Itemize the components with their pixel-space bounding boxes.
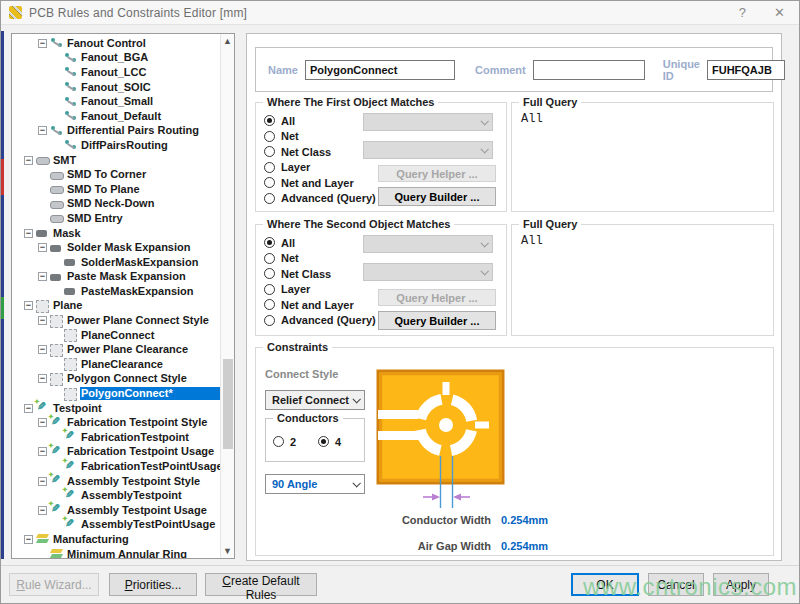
tree-item[interactable]: −Mask xyxy=(12,226,220,241)
tree-item[interactable]: −SMT xyxy=(12,153,220,168)
tree-item[interactable]: −Assembly Testpoint Style xyxy=(12,474,220,489)
first-match-option-layer[interactable]: Layer xyxy=(264,160,310,175)
tree-item[interactable]: Fanout_Small xyxy=(12,94,220,109)
expand-toggle-icon[interactable]: − xyxy=(24,404,33,413)
second-match-option-net-and-layer[interactable]: Net and Layer xyxy=(264,297,354,312)
tree-item[interactable]: AssemblyTestPointUsage xyxy=(12,518,220,533)
ok-button[interactable]: OK xyxy=(571,573,639,596)
tree-item[interactable]: Fanout_SOIC xyxy=(12,80,220,95)
tree-item[interactable]: −Fanout Control xyxy=(12,36,220,51)
first-match-option-net[interactable]: Net xyxy=(264,129,299,144)
radio-icon[interactable] xyxy=(273,436,284,447)
tree-item[interactable]: −Fabrication Testpoint Style xyxy=(12,415,220,430)
first-match-option-all[interactable]: All xyxy=(264,113,295,128)
unique-id-input[interactable] xyxy=(707,60,785,80)
expand-toggle-icon[interactable]: − xyxy=(38,477,47,486)
expand-toggle-icon[interactable]: − xyxy=(38,243,47,252)
first-match-option-net-and-layer[interactable]: Net and Layer xyxy=(264,175,354,190)
expand-toggle-icon[interactable]: − xyxy=(38,345,47,354)
second-match-option-advanced[interactable]: Advanced (Query) xyxy=(264,313,376,328)
tree-item[interactable]: −Plane xyxy=(12,299,220,314)
tree-item[interactable]: −Fabrication Testpoint Usage xyxy=(12,445,220,460)
tree-item[interactable]: PasteMaskExpansion xyxy=(12,284,220,299)
tree-item[interactable]: PolygonConnect* xyxy=(12,386,220,401)
second-match-option-net[interactable]: Net xyxy=(264,251,299,266)
expand-toggle-icon[interactable]: − xyxy=(24,301,33,310)
apply-button[interactable]: Apply xyxy=(713,573,769,596)
tree-item[interactable]: PlaneClearance xyxy=(12,357,220,372)
tree-item[interactable]: −Assembly Testpoint Usage xyxy=(12,503,220,518)
tree-item[interactable]: SMD Neck-Down xyxy=(12,197,220,212)
first-match-option-advanced[interactable]: Advanced (Query) xyxy=(264,191,376,206)
scroll-up-icon[interactable]: ▲ xyxy=(221,34,234,48)
radio-icon[interactable] xyxy=(264,131,275,142)
tree-item[interactable]: SMD Entry xyxy=(12,211,220,226)
radio-icon[interactable] xyxy=(264,162,275,173)
tree-item[interactable]: SolderMaskExpansion xyxy=(12,255,220,270)
radio-icon[interactable] xyxy=(264,237,275,248)
second-match-option-net-class[interactable]: Net Class xyxy=(264,266,331,281)
tree-item[interactable]: −Solder Mask Expansion xyxy=(12,240,220,255)
expand-toggle-icon[interactable]: − xyxy=(38,316,47,325)
radio-icon[interactable] xyxy=(264,284,275,295)
tree-item[interactable]: SMD To Plane xyxy=(12,182,220,197)
radio-icon[interactable] xyxy=(318,436,329,447)
radio-icon[interactable] xyxy=(264,299,275,310)
tree-item[interactable]: SMD To Corner xyxy=(12,167,220,182)
conductors-option-4[interactable]: 4 xyxy=(318,434,341,449)
radio-icon[interactable] xyxy=(264,193,275,204)
first-match-option-net-class[interactable]: Net Class xyxy=(264,144,331,159)
tree-item[interactable]: Fanout_LCC xyxy=(12,65,220,80)
connect-style-dropdown[interactable]: Relief Connect xyxy=(265,390,365,410)
expand-toggle-icon[interactable]: − xyxy=(38,39,47,48)
radio-icon[interactable] xyxy=(264,177,275,188)
tree-item[interactable]: −Testpoint xyxy=(12,401,220,416)
tree-item[interactable]: Fanout_BGA xyxy=(12,51,220,66)
expand-toggle-icon[interactable]: − xyxy=(24,229,33,238)
radio-icon[interactable] xyxy=(264,146,275,157)
expand-toggle-icon[interactable]: − xyxy=(24,535,33,544)
expand-toggle-icon[interactable]: − xyxy=(38,418,47,427)
air-gap-width-value[interactable]: 0.254mm xyxy=(501,540,548,552)
tree-item[interactable]: −Power Plane Clearance xyxy=(12,342,220,357)
priorities-button[interactable]: Priorities... xyxy=(109,573,197,596)
tree-item[interactable]: FabricationTestPointUsage xyxy=(12,459,220,474)
tree-item[interactable]: −Polygon Connect Style xyxy=(12,372,220,387)
tree-item[interactable]: −Paste Mask Expansion xyxy=(12,270,220,285)
comment-input[interactable] xyxy=(533,60,645,80)
radio-icon[interactable] xyxy=(264,315,275,326)
second-match-option-layer[interactable]: Layer xyxy=(264,282,310,297)
expand-toggle-icon[interactable]: − xyxy=(38,374,47,383)
close-icon[interactable]: ✕ xyxy=(774,5,785,20)
expand-toggle-icon[interactable]: − xyxy=(38,447,47,456)
expand-toggle-icon[interactable]: − xyxy=(38,506,47,515)
tree-item[interactable]: −Manufacturing xyxy=(12,532,220,547)
name-input[interactable] xyxy=(305,60,455,80)
tree-item[interactable]: −Power Plane Connect Style xyxy=(12,313,220,328)
tree-item[interactable]: PlaneConnect xyxy=(12,328,220,343)
radio-icon[interactable] xyxy=(264,253,275,264)
tree-item[interactable]: AssemblyTestpoint xyxy=(12,488,220,503)
create-default-rules-button[interactable]: Create Default Rules xyxy=(205,573,317,596)
radio-icon[interactable] xyxy=(264,115,275,126)
radio-icon[interactable] xyxy=(264,268,275,279)
first-query-builder-button[interactable]: Query Builder ... xyxy=(378,187,496,206)
expand-toggle-icon[interactable]: − xyxy=(38,126,47,135)
help-icon[interactable]: ? xyxy=(739,5,746,20)
scroll-thumb[interactable] xyxy=(223,359,233,449)
cancel-button[interactable]: Cancel xyxy=(648,573,704,596)
angle-dropdown[interactable]: 90 Angle xyxy=(265,474,365,494)
expand-toggle-icon[interactable]: − xyxy=(38,272,47,281)
tree-item[interactable]: Fanout_Default xyxy=(12,109,220,124)
tree-item[interactable]: Minimum Annular Ring xyxy=(12,547,220,558)
tree-scrollbar[interactable]: ▲ ▼ xyxy=(220,34,234,558)
second-query-builder-button[interactable]: Query Builder ... xyxy=(378,311,496,330)
second-match-option-all[interactable]: All xyxy=(264,235,295,250)
scroll-down-icon[interactable]: ▼ xyxy=(221,544,234,558)
tree-item[interactable]: −Differential Pairs Routing xyxy=(12,124,220,139)
expand-toggle-icon[interactable]: − xyxy=(24,156,33,165)
conductors-option-2[interactable]: 2 xyxy=(273,434,296,449)
tree-item[interactable]: DiffPairsRouting xyxy=(12,138,220,153)
conductor-width-value[interactable]: 0.254mm xyxy=(501,514,548,526)
tree-item[interactable]: FabricationTestpoint xyxy=(12,430,220,445)
